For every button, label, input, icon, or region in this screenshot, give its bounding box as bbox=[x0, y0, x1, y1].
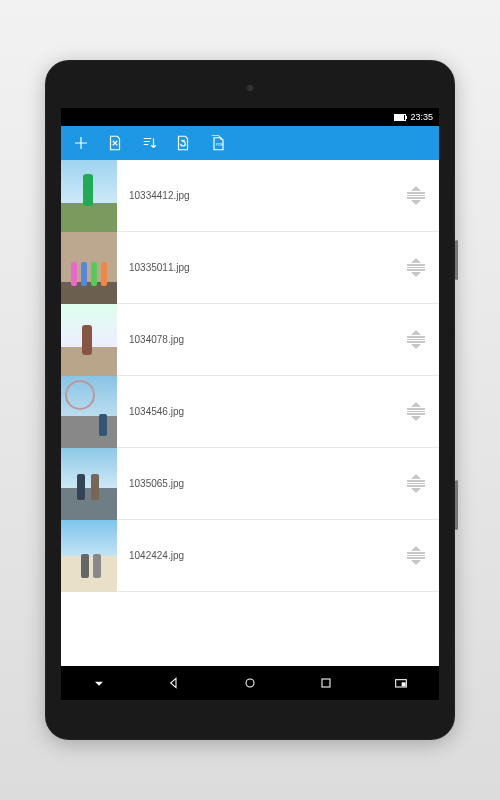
export-pdf-button[interactable]: PDF bbox=[201, 127, 233, 159]
add-button[interactable] bbox=[65, 127, 97, 159]
app-toolbar: PDF bbox=[61, 126, 439, 160]
drag-handle-icon[interactable] bbox=[403, 399, 429, 425]
battery-icon bbox=[394, 114, 406, 121]
pdf-pages-icon: PDF bbox=[208, 134, 226, 152]
svg-text:PDF: PDF bbox=[216, 143, 223, 147]
thumbnail[interactable] bbox=[61, 232, 117, 304]
page-rotate-icon bbox=[174, 134, 192, 152]
android-status-bar: 23:35 bbox=[61, 108, 439, 126]
page-x-icon bbox=[106, 134, 124, 152]
clear-list-button[interactable] bbox=[99, 127, 131, 159]
svg-rect-4 bbox=[402, 682, 406, 686]
android-nav-bar bbox=[61, 666, 439, 700]
tablet-frame: 23:35 PDF 10334412.jpg bbox=[45, 60, 455, 740]
thumbnail[interactable] bbox=[61, 160, 117, 232]
tablet-side-button-top bbox=[455, 240, 458, 280]
chevron-down-icon bbox=[91, 675, 107, 691]
svg-rect-2 bbox=[322, 679, 330, 687]
thumbnail[interactable] bbox=[61, 520, 117, 592]
tablet-camera bbox=[246, 84, 254, 92]
screenshot-icon bbox=[393, 675, 409, 691]
thumbnail[interactable] bbox=[61, 376, 117, 448]
screen: 23:35 PDF 10334412.jpg bbox=[61, 108, 439, 700]
nav-back-button[interactable] bbox=[156, 666, 192, 700]
status-time: 23:35 bbox=[410, 112, 433, 122]
sort-button[interactable] bbox=[133, 127, 165, 159]
circle-icon bbox=[242, 675, 258, 691]
nav-recent-button[interactable] bbox=[308, 666, 344, 700]
drag-handle-icon[interactable] bbox=[403, 471, 429, 497]
file-name: 1035065.jpg bbox=[117, 478, 403, 489]
list-item[interactable]: 1035065.jpg bbox=[61, 448, 439, 520]
back-icon bbox=[166, 675, 182, 691]
sort-icon bbox=[140, 134, 158, 152]
file-name: 1034546.jpg bbox=[117, 406, 403, 417]
list-item[interactable]: 1034078.jpg bbox=[61, 304, 439, 376]
file-name: 10334412.jpg bbox=[117, 190, 403, 201]
nav-screenshot-button[interactable] bbox=[383, 666, 419, 700]
drag-handle-icon[interactable] bbox=[403, 255, 429, 281]
list-item[interactable]: 1034546.jpg bbox=[61, 376, 439, 448]
tablet-side-button-bottom bbox=[455, 480, 458, 530]
thumbnail[interactable] bbox=[61, 448, 117, 520]
drag-handle-icon[interactable] bbox=[403, 543, 429, 569]
nav-home-button[interactable] bbox=[232, 666, 268, 700]
list-item[interactable]: 10335011.jpg bbox=[61, 232, 439, 304]
file-list[interactable]: 10334412.jpg 10335011.jpg 1034078.jpg 10… bbox=[61, 160, 439, 666]
plus-icon bbox=[72, 134, 90, 152]
file-name: 1042424.jpg bbox=[117, 550, 403, 561]
square-icon bbox=[318, 675, 334, 691]
svg-point-1 bbox=[246, 679, 254, 687]
rotate-page-button[interactable] bbox=[167, 127, 199, 159]
list-item[interactable]: 10334412.jpg bbox=[61, 160, 439, 232]
nav-dropdown-button[interactable] bbox=[81, 666, 117, 700]
drag-handle-icon[interactable] bbox=[403, 183, 429, 209]
file-name: 1034078.jpg bbox=[117, 334, 403, 345]
list-item[interactable]: 1042424.jpg bbox=[61, 520, 439, 592]
file-name: 10335011.jpg bbox=[117, 262, 403, 273]
thumbnail[interactable] bbox=[61, 304, 117, 376]
drag-handle-icon[interactable] bbox=[403, 327, 429, 353]
